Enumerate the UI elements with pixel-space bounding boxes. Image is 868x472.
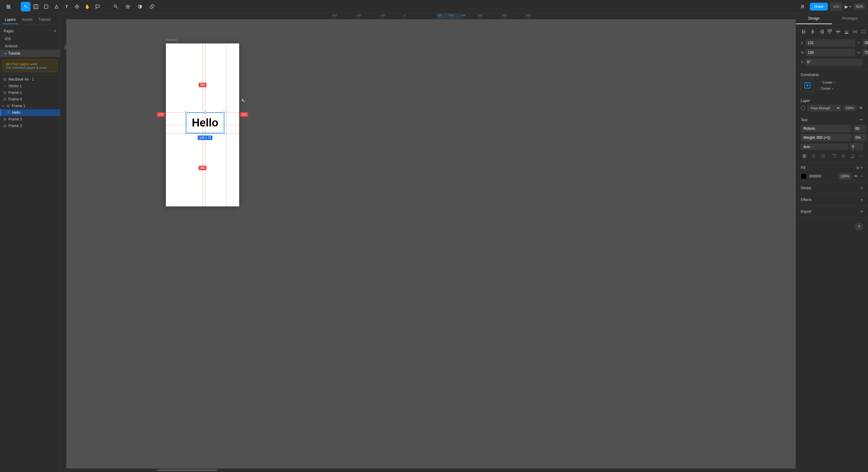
components-tool-button[interactable] bbox=[72, 2, 82, 11]
handle-top-middle[interactable] bbox=[204, 112, 206, 114]
page-item-android[interactable]: Android bbox=[0, 42, 60, 50]
handle-bottom-right[interactable] bbox=[223, 132, 225, 134]
layer-opacity-input[interactable] bbox=[843, 105, 857, 111]
distribute-h-button[interactable] bbox=[851, 28, 859, 36]
align-left-button[interactable] bbox=[801, 152, 809, 160]
tab-assets[interactable]: Assets bbox=[19, 16, 35, 24]
tab-prototype[interactable]: Prototype bbox=[832, 13, 868, 24]
canvas-area[interactable]: -300 -200 -100 0 131 200 259 300 400 500… bbox=[60, 13, 796, 472]
link-icon-button[interactable] bbox=[147, 2, 157, 11]
move-tool-button[interactable]: ↖ bbox=[21, 2, 30, 11]
add-page-button[interactable]: + bbox=[54, 29, 56, 33]
rotation-input[interactable] bbox=[805, 59, 863, 66]
bottom-scrollbar[interactable] bbox=[66, 468, 796, 472]
frame-content[interactable]: Hello 128 × 70 bbox=[166, 43, 239, 206]
hello-element[interactable]: Hello 128 × 70 bbox=[186, 112, 224, 134]
align-right-edge-button[interactable] bbox=[818, 28, 825, 36]
text-more-options-button[interactable]: ··· bbox=[859, 153, 863, 159]
x-input[interactable] bbox=[806, 39, 855, 47]
add-effect-button[interactable]: + bbox=[861, 197, 863, 203]
search-icon-button[interactable] bbox=[111, 2, 121, 11]
text-valign-bottom-button[interactable] bbox=[849, 152, 857, 160]
pen-tool-button[interactable] bbox=[52, 2, 61, 11]
fill-color-swatch[interactable] bbox=[801, 173, 807, 179]
font-name-input[interactable] bbox=[801, 125, 851, 132]
remove-fill-button[interactable]: − bbox=[861, 174, 863, 179]
align-bottom-edge-button[interactable] bbox=[843, 28, 850, 36]
font-size-input[interactable] bbox=[853, 125, 867, 132]
add-fill-button[interactable]: + bbox=[861, 165, 863, 171]
svg-point-38 bbox=[862, 119, 863, 120]
layer-frame3[interactable]: ⊞ Frame 3 bbox=[0, 116, 60, 122]
warning-link[interactable]: Get unlimited pages & more bbox=[6, 66, 47, 69]
tab-layers[interactable]: Layers bbox=[2, 16, 18, 24]
align-top-edge-button[interactable] bbox=[826, 28, 833, 36]
play-button[interactable]: ▶ bbox=[845, 4, 848, 9]
fill-opacity-input[interactable] bbox=[838, 173, 851, 180]
fill-grid-button[interactable]: ⊞ bbox=[856, 166, 859, 170]
text-tool-button[interactable]: T bbox=[62, 2, 71, 11]
code-button[interactable]: </> bbox=[830, 2, 842, 11]
scroll-thumb[interactable] bbox=[157, 469, 217, 471]
constraint-v-value[interactable]: Center bbox=[820, 87, 831, 90]
fill-visibility-icon[interactable]: 👁 bbox=[854, 174, 858, 179]
blend-mode-select[interactable]: Pass through Normal Multiply Screen bbox=[807, 105, 841, 111]
align-v-center-button[interactable] bbox=[835, 28, 842, 36]
fill-title-row: Fill ⊞ + bbox=[801, 165, 863, 173]
shape-tool-button[interactable] bbox=[41, 2, 51, 11]
page-item-tutorial[interactable]: ▾ Tutorial bbox=[0, 50, 60, 57]
tab-design[interactable]: Design bbox=[796, 13, 832, 24]
page-item-ios[interactable]: iOS bbox=[0, 35, 60, 42]
svg-rect-21 bbox=[837, 30, 840, 31]
tidy-up-button[interactable] bbox=[860, 28, 867, 36]
font-weight-input[interactable] bbox=[801, 134, 851, 141]
handle-top-left[interactable] bbox=[185, 112, 187, 114]
handle-middle-left[interactable] bbox=[185, 122, 187, 124]
present-icon[interactable] bbox=[798, 2, 807, 11]
w-input[interactable] bbox=[806, 49, 855, 56]
text-styles-button[interactable] bbox=[859, 117, 863, 122]
align-center-text-button[interactable] bbox=[810, 152, 818, 160]
text-valign-top-button[interactable] bbox=[831, 152, 838, 160]
layer-hello[interactable]: T Hello bbox=[0, 109, 60, 116]
layer-frame4[interactable]: ⊞ Frame 4 bbox=[0, 96, 60, 102]
frame-tool-button[interactable] bbox=[31, 2, 41, 11]
layer-vector1[interactable]: ○ Vector 1 bbox=[0, 83, 60, 89]
layer-frame2[interactable]: ⊞ Frame 2 bbox=[0, 122, 60, 129]
contrast-icon-button[interactable] bbox=[135, 2, 145, 11]
zoom-control[interactable]: 81% bbox=[854, 3, 866, 10]
constraint-h-value[interactable]: Center bbox=[823, 81, 832, 84]
handle-bottom-middle[interactable] bbox=[204, 132, 206, 134]
align-left-edge-button[interactable] bbox=[801, 28, 808, 36]
h-input[interactable] bbox=[862, 49, 868, 56]
fill-color-value[interactable]: 000000 bbox=[809, 174, 836, 178]
help-button[interactable]: ? bbox=[855, 223, 863, 231]
letter-spacing-input[interactable] bbox=[853, 134, 867, 141]
tab-tutorial[interactable]: Tutorial bbox=[36, 16, 53, 24]
share-button[interactable]: Share bbox=[810, 3, 828, 10]
add-stroke-button[interactable]: + bbox=[861, 185, 863, 191]
align-right-text-button[interactable] bbox=[819, 152, 827, 160]
text-valign-middle-button[interactable] bbox=[840, 152, 847, 160]
layer-macbook[interactable]: ⊞ MacBook Air - 1 bbox=[0, 76, 60, 83]
comment-tool-button[interactable] bbox=[93, 2, 102, 11]
xy-row: X Y bbox=[801, 39, 863, 47]
handle-bottom-left[interactable] bbox=[185, 132, 187, 134]
canvas-content[interactable]: Frame 1 Hello bbox=[66, 19, 796, 472]
layer-visibility-icon[interactable]: 👁 bbox=[859, 106, 863, 111]
text-size-select[interactable] bbox=[801, 144, 848, 150]
star-icon-button[interactable] bbox=[123, 2, 133, 11]
line-height-input[interactable] bbox=[850, 143, 863, 150]
app-menu-button[interactable] bbox=[4, 2, 13, 11]
add-export-button[interactable]: + bbox=[861, 209, 863, 214]
hand-tool-button[interactable]: ✋ bbox=[82, 2, 92, 11]
layer-frame1-top[interactable]: ⊞ Frame 1 bbox=[0, 89, 60, 96]
align-h-center-button[interactable] bbox=[809, 28, 816, 36]
svg-rect-19 bbox=[829, 32, 831, 33]
handle-top-right[interactable] bbox=[223, 112, 225, 114]
selection-box bbox=[186, 112, 224, 134]
svg-line-5 bbox=[116, 7, 118, 8]
handle-middle-right[interactable] bbox=[223, 122, 225, 124]
layer-frame1-nested[interactable]: ▾ ⊞ Frame 1 bbox=[0, 102, 60, 109]
y-input[interactable] bbox=[862, 39, 868, 47]
